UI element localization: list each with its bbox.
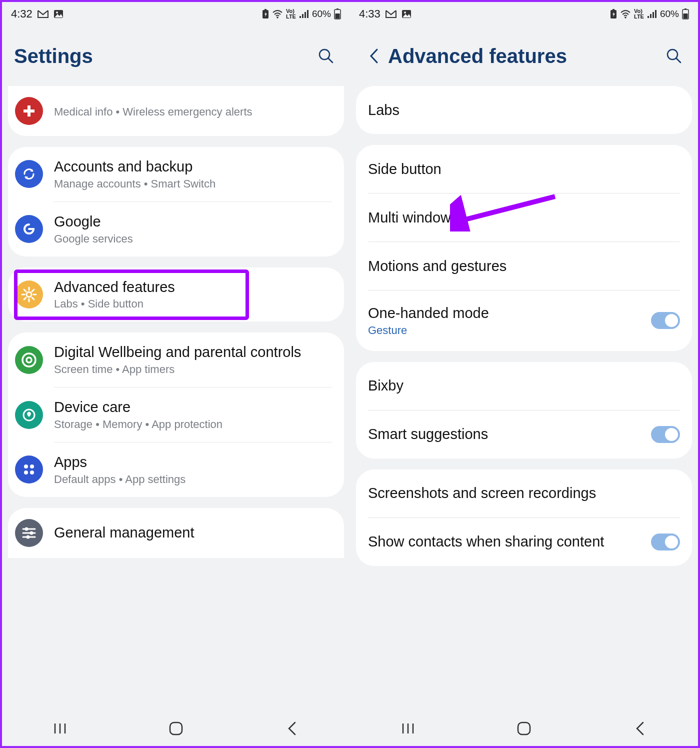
item-title: Screenshots and screen recordings [368,484,680,502]
feature-item[interactable]: Labs [356,86,692,134]
nav-back[interactable] [625,718,655,738]
svg-point-31 [30,470,34,474]
gmail-icon [38,10,48,18]
svg-rect-7 [304,12,306,18]
svg-line-23 [24,298,26,300]
feature-item[interactable]: Show contacts when sharing content [356,518,692,566]
wellbeing-icon [15,346,43,374]
features-group: Side buttonMulti windowMotions and gestu… [356,145,692,351]
nav-home[interactable] [509,718,539,738]
svg-point-33 [25,527,28,530]
settings-item[interactable]: Device careStorage • Memory • App protec… [8,388,344,442]
item-title: Device care [54,398,332,416]
battery-icon [334,8,341,20]
svg-rect-41 [170,722,182,734]
gmail-icon [386,10,396,18]
feature-item[interactable]: Multi window [356,194,692,242]
svg-rect-8 [307,10,308,18]
page-title: Settings [14,45,314,68]
feature-item[interactable]: Motions and gestures [356,242,692,290]
search-button[interactable] [314,44,338,68]
svg-rect-45 [612,9,614,10]
nav-recents[interactable] [393,718,423,738]
signal-icon [299,10,309,18]
svg-rect-11 [336,14,340,18]
sliders-icon [15,519,43,547]
settings-item[interactable]: Digital Wellbeing and parental controlsS… [8,332,344,387]
volte-icon: Vo)LTE [286,8,296,20]
item-title: Advanced features [54,278,332,296]
signal-icon [647,10,657,18]
search-button[interactable] [662,44,686,68]
svg-point-16 [26,292,32,297]
item-subtitle: Gesture [368,324,645,337]
nav-home[interactable] [161,718,191,738]
svg-rect-47 [648,16,649,18]
svg-point-26 [26,358,32,362]
header: Advanced features [350,26,698,86]
settings-item[interactable]: GoogleGoogle services [8,202,344,256]
feature-item[interactable]: Side button [356,145,692,193]
item-title: Accounts and backup [54,158,332,176]
item-title: Digital Wellbeing and parental controls [54,344,332,361]
settings-group: Accounts and backupManage accounts • Sma… [8,147,344,256]
settings-item[interactable]: AppsDefault apps • App settings [8,442,344,497]
devicecare-icon [15,401,43,429]
features-group: BixbySmart suggestions [356,362,692,458]
nav-recents[interactable] [45,718,75,738]
sync-icon [15,160,43,188]
toggle-switch[interactable] [651,312,680,329]
feature-item[interactable]: One-handed modeGesture [356,290,692,351]
svg-rect-49 [652,12,654,18]
status-bar: 4:32 Vo)LTE 60% [2,2,350,26]
nav-back[interactable] [277,718,307,738]
apps-icon [15,456,43,484]
item-title: Labs [368,102,680,119]
svg-rect-53 [684,14,688,18]
settings-list[interactable]: Medical info • Wireless emergency alerts… [2,86,350,711]
status-bar: 4:33 Vo)LTE 60% [350,2,698,26]
phone-left: 4:32 Vo)LTE 60% Settings Medical info • … [2,2,350,746]
header: Settings [2,26,350,86]
medical-icon [15,97,43,125]
svg-rect-60 [518,722,530,734]
item-title: General management [54,524,332,542]
item-title: Bixby [368,377,680,394]
svg-rect-3 [264,9,266,10]
back-button[interactable] [362,44,386,68]
gear-icon [15,280,43,308]
feature-item[interactable]: Bixby [356,362,692,410]
svg-point-37 [26,535,30,538]
item-title: One-handed mode [368,304,645,322]
svg-point-29 [30,464,34,468]
toggle-switch[interactable] [651,534,680,550]
settings-item[interactable]: Accounts and backupManage accounts • Sma… [8,147,344,202]
svg-rect-5 [300,16,301,18]
item-title: Side button [368,160,680,178]
svg-line-55 [676,58,680,62]
advanced-features-list[interactable]: LabsSide buttonMulti windowMotions and g… [350,86,698,711]
features-group: Labs [356,86,692,134]
item-title: Smart suggestions [368,426,645,443]
settings-group: Medical info • Wireless emergency alerts [8,86,344,136]
settings-item[interactable]: General management [8,508,344,558]
item-subtitle: Google services [54,232,332,246]
svg-point-4 [276,16,278,18]
google-icon [15,215,43,243]
svg-line-24 [32,290,34,292]
item-title: Show contacts when sharing content [368,533,645,550]
settings-item[interactable]: Medical info • Wireless emergency alerts [8,86,344,136]
settings-group: General management [8,508,344,558]
feature-item[interactable]: Screenshots and screen recordings [356,470,692,518]
page-title: Advanced features [388,45,662,68]
item-subtitle: Manage accounts • Smart Switch [54,178,332,190]
svg-point-54 [668,50,678,60]
feature-item[interactable]: Smart suggestions [356,410,692,458]
wifi-icon [620,10,631,18]
settings-item[interactable]: Advanced featuresLabs • Side button [8,268,344,322]
svg-point-12 [320,50,330,60]
image-icon [402,10,412,18]
phone-right: 4:33 Vo)LTE 60% Advanced features LabsSi… [350,2,698,746]
svg-rect-6 [302,14,304,18]
toggle-switch[interactable] [651,426,680,443]
